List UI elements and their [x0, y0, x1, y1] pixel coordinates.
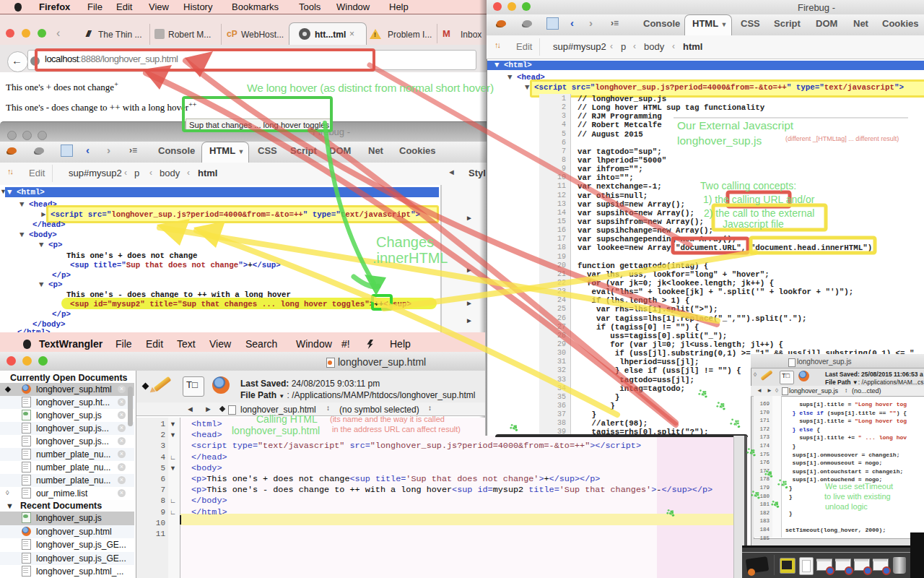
svg-text:Javascript file: Javascript file — [723, 218, 784, 230]
svg-text:longhover_sup.html: longhover_sup.html — [232, 425, 320, 436]
svg-text:2) the call to the external: 2) the call to the external — [704, 207, 814, 219]
svg-text:(different _[HTMLtag] ... diff: (different _[HTMLtag] ... different resu… — [785, 135, 899, 142]
svg-text:Calling HTML: Calling HTML — [256, 413, 318, 425]
svg-text:.innerHTML: .innerHTML — [372, 250, 448, 266]
svg-text:1) the calling URL and/or: 1) the calling URL and/or — [703, 194, 815, 205]
svg-text:(its name and the way it is ca: (its name and the way it is called — [330, 415, 445, 423]
svg-text:We long hover (as distinct fro: We long hover (as distinct from normal s… — [247, 82, 494, 94]
svg-text:in the address URL can affect: in the address URL can affect result) — [332, 425, 461, 434]
svg-text:to live with existing: to live with existing — [824, 492, 891, 501]
svg-text:Changes: Changes — [376, 234, 434, 250]
svg-text:unload logic: unload logic — [825, 502, 868, 511]
svg-text:We use setTimeout: We use setTimeout — [825, 482, 893, 491]
svg-text:longhover_sup.js: longhover_sup.js — [677, 134, 762, 147]
svg-text:Two calling concepts:: Two calling concepts: — [700, 180, 796, 191]
svg-text:Our External Javascript: Our External Javascript — [677, 119, 794, 131]
